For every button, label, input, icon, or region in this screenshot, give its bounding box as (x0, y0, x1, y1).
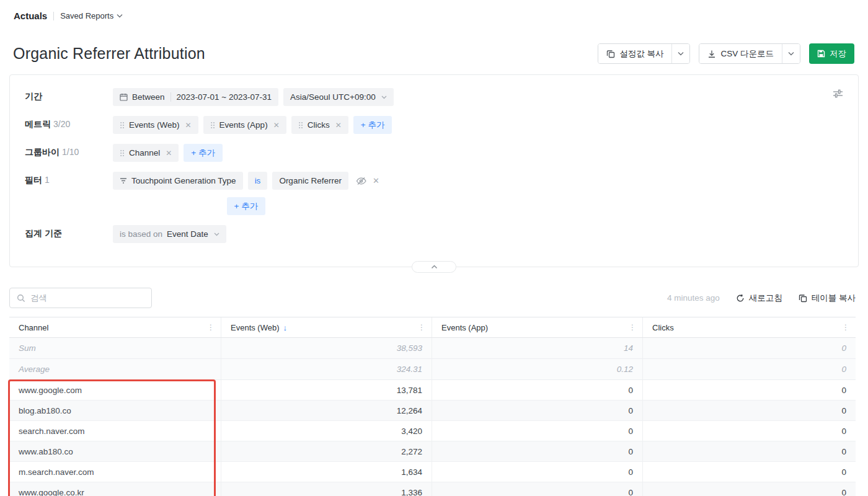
column-menu-icon[interactable]: ⋮ (629, 323, 636, 332)
chevron-up-icon (431, 265, 438, 269)
aggregation-label: 집계 기준 (25, 225, 113, 239)
filter-operator-chip[interactable]: is (248, 172, 268, 190)
sort-desc-icon[interactable]: ↓ (283, 323, 288, 332)
refresh-button[interactable]: 새로고침 (736, 293, 782, 304)
metric-chip[interactable]: Events (App) ✕ (203, 116, 286, 134)
column-label: Channel (19, 323, 48, 332)
aggregation-row: 집계 기준 is based on Event Date (25, 225, 843, 243)
events-web-cell: 2,272 (221, 441, 432, 461)
app-title: Actuals (14, 11, 47, 21)
copy-table-button[interactable]: 테이블 복사 (799, 293, 856, 304)
copy-settings-label: 설정값 복사 (619, 48, 663, 60)
table-toolbar: 4 minutes ago 새로고침 테이블 복사 (9, 288, 856, 308)
nav-divider (53, 12, 54, 20)
groupby-chip[interactable]: Channel ✕ (113, 144, 179, 162)
timezone-value: Asia/Seoul UTC+09:00 (290, 92, 376, 102)
chevron-down-icon (381, 95, 387, 99)
remove-groupby-icon[interactable]: ✕ (164, 149, 172, 157)
table-row[interactable]: www.google.com 13,781 0 0 (9, 380, 856, 401)
channel-cell: m.search.naver.com (9, 462, 221, 482)
copy-table-label: 테이블 복사 (812, 293, 856, 304)
save-label: 저장 (830, 48, 846, 60)
filter-icon (120, 177, 127, 184)
table-row[interactable]: m.search.naver.com 1,634 0 0 (9, 462, 856, 482)
add-filter-button[interactable]: + 추가 (227, 197, 266, 215)
metric-chip[interactable]: Clicks ✕ (291, 116, 348, 134)
table-search[interactable] (9, 288, 152, 308)
clicks-cell: 0 (643, 380, 856, 400)
column-header-events-app[interactable]: Events (App) ⋮ (432, 317, 643, 337)
groupby-count: 1/10 (62, 147, 79, 157)
channel-cell: www.ab180.co (9, 441, 221, 461)
filter-label-text: 필터 (25, 175, 42, 185)
table-row[interactable]: www.ab180.co 2,272 0 0 (9, 441, 856, 462)
page-title: Organic Referrer Attribution (13, 45, 205, 63)
average-row: Average 324.31 0.12 0 (9, 359, 856, 380)
sum-row: Sum 38,593 14 0 (9, 338, 856, 359)
column-menu-icon[interactable]: ⋮ (842, 323, 849, 332)
column-header-channel[interactable]: Channel ⋮ (9, 317, 221, 337)
query-settings-panel: 기간 Between 2023-07-01 ~ 2023-07-31 Asia/… (9, 74, 859, 267)
aggregation-value: Event Date (167, 229, 208, 239)
chevron-down-icon (117, 14, 123, 18)
save-icon (817, 50, 825, 58)
hide-filter-icon[interactable] (356, 177, 366, 185)
channel-cell: www.google.co.kr (9, 482, 221, 496)
aggregation-basis-select[interactable]: is based on Event Date (113, 225, 226, 243)
metric-chip[interactable]: Events (Web) ✕ (113, 116, 198, 134)
collapse-panel-button[interactable] (412, 261, 456, 273)
filter-field-chip[interactable]: Touchpoint Generation Type (113, 172, 243, 190)
channel-cell: blog.ab180.co (9, 401, 221, 420)
column-header-clicks[interactable]: Clicks ⋮ (643, 317, 856, 337)
clicks-cell: 0 (643, 462, 856, 482)
clicks-cell: 0 (643, 482, 856, 496)
column-header-events-web[interactable]: Events (Web) ↓ ⋮ (221, 317, 432, 337)
add-metric-button[interactable]: + 추가 (353, 116, 392, 134)
search-input[interactable] (30, 293, 144, 303)
channel-cell: www.google.com (9, 380, 221, 400)
table-row[interactable]: search.naver.com 3,420 0 0 (9, 421, 856, 441)
save-button[interactable]: 저장 (809, 43, 854, 64)
remove-metric-icon[interactable]: ✕ (184, 121, 192, 130)
copy-settings-dropdown[interactable] (671, 44, 689, 63)
remove-filter-icon[interactable]: ✕ (373, 176, 379, 185)
events-web-cell: 12,264 (221, 401, 432, 420)
download-icon (707, 50, 716, 58)
saved-reports-menu[interactable]: Saved Reports (60, 11, 123, 20)
sum-events-app: 14 (432, 338, 643, 358)
filter-count: 1 (45, 175, 50, 185)
remove-metric-icon[interactable]: ✕ (334, 121, 342, 130)
search-icon (17, 294, 25, 303)
avg-clicks: 0 (643, 359, 856, 379)
sum-events-web: 38,593 (221, 338, 432, 358)
csv-download-button[interactable]: CSV 다운로드 (699, 44, 782, 63)
events-web-cell: 13,781 (221, 380, 432, 400)
copy-settings-split-button: 설정값 복사 (598, 43, 690, 64)
events-web-cell: 3,420 (221, 421, 432, 441)
add-groupby-button[interactable]: + 추가 (184, 144, 223, 162)
filter-value-chip[interactable]: Organic Referrer (272, 172, 348, 190)
timezone-select[interactable]: Asia/Seoul UTC+09:00 (283, 88, 394, 106)
table-row[interactable]: www.google.co.kr 1,336 0 0 (9, 482, 856, 496)
csv-download-dropdown[interactable] (782, 44, 800, 63)
channel-cell: search.naver.com (9, 421, 221, 441)
column-label: Clicks (652, 323, 674, 332)
last-updated: 4 minutes ago (667, 293, 720, 303)
events-app-cell: 0 (432, 441, 643, 461)
metrics-label: 메트릭3/20 (25, 116, 113, 130)
period-row: 기간 Between 2023-07-01 ~ 2023-07-31 Asia/… (25, 88, 843, 106)
remove-metric-icon[interactable]: ✕ (272, 121, 280, 130)
saved-reports-label: Saved Reports (60, 11, 113, 20)
column-menu-icon[interactable]: ⋮ (207, 323, 215, 332)
events-web-cell: 1,634 (221, 462, 432, 482)
date-range-chip[interactable]: Between 2023-07-01 ~ 2023-07-31 (113, 88, 278, 106)
sliders-icon[interactable] (833, 89, 843, 99)
clicks-cell: 0 (643, 421, 856, 441)
drag-handle-icon (120, 149, 125, 157)
sum-clicks: 0 (643, 338, 856, 358)
column-menu-icon[interactable]: ⋮ (418, 323, 425, 332)
events-app-cell: 0 (432, 462, 643, 482)
events-app-cell: 0 (432, 421, 643, 441)
copy-settings-button[interactable]: 설정값 복사 (598, 44, 671, 63)
table-row[interactable]: blog.ab180.co 12,264 0 0 (9, 401, 856, 421)
